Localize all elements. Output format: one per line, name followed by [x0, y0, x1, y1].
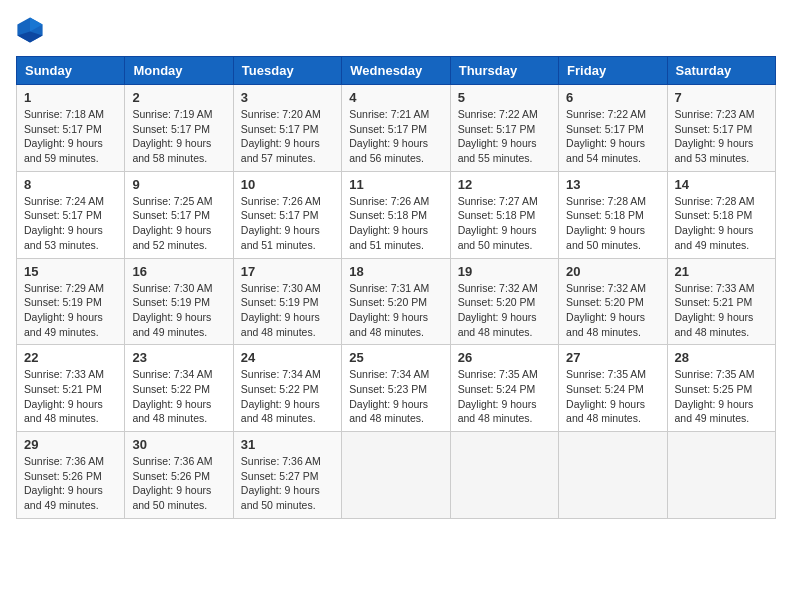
day-content: Sunrise: 7:28 AM Sunset: 5:18 PM Dayligh…: [566, 194, 659, 253]
calendar-week-row: 15Sunrise: 7:29 AM Sunset: 5:19 PM Dayli…: [17, 258, 776, 345]
calendar-cell: 14Sunrise: 7:28 AM Sunset: 5:18 PM Dayli…: [667, 171, 775, 258]
calendar-cell: 20Sunrise: 7:32 AM Sunset: 5:20 PM Dayli…: [559, 258, 667, 345]
day-of-week-header: Thursday: [450, 57, 558, 85]
calendar-cell: 23Sunrise: 7:34 AM Sunset: 5:22 PM Dayli…: [125, 345, 233, 432]
calendar-week-row: 29Sunrise: 7:36 AM Sunset: 5:26 PM Dayli…: [17, 432, 776, 519]
day-number: 27: [566, 350, 659, 365]
day-of-week-header: Sunday: [17, 57, 125, 85]
calendar-cell: 8Sunrise: 7:24 AM Sunset: 5:17 PM Daylig…: [17, 171, 125, 258]
day-of-week-header: Monday: [125, 57, 233, 85]
day-number: 20: [566, 264, 659, 279]
day-content: Sunrise: 7:22 AM Sunset: 5:17 PM Dayligh…: [566, 107, 659, 166]
day-number: 16: [132, 264, 225, 279]
day-number: 7: [675, 90, 768, 105]
calendar-cell: 27Sunrise: 7:35 AM Sunset: 5:24 PM Dayli…: [559, 345, 667, 432]
day-content: Sunrise: 7:27 AM Sunset: 5:18 PM Dayligh…: [458, 194, 551, 253]
day-number: 14: [675, 177, 768, 192]
calendar-cell: 2Sunrise: 7:19 AM Sunset: 5:17 PM Daylig…: [125, 85, 233, 172]
day-of-week-header: Saturday: [667, 57, 775, 85]
day-number: 13: [566, 177, 659, 192]
calendar-cell: 4Sunrise: 7:21 AM Sunset: 5:17 PM Daylig…: [342, 85, 450, 172]
day-content: Sunrise: 7:32 AM Sunset: 5:20 PM Dayligh…: [458, 281, 551, 340]
logo-icon: [16, 16, 44, 44]
day-number: 26: [458, 350, 551, 365]
day-content: Sunrise: 7:28 AM Sunset: 5:18 PM Dayligh…: [675, 194, 768, 253]
day-number: 3: [241, 90, 334, 105]
calendar-cell: 22Sunrise: 7:33 AM Sunset: 5:21 PM Dayli…: [17, 345, 125, 432]
calendar-cell: 17Sunrise: 7:30 AM Sunset: 5:19 PM Dayli…: [233, 258, 341, 345]
calendar-cell: [342, 432, 450, 519]
day-content: Sunrise: 7:18 AM Sunset: 5:17 PM Dayligh…: [24, 107, 117, 166]
calendar-week-row: 8Sunrise: 7:24 AM Sunset: 5:17 PM Daylig…: [17, 171, 776, 258]
calendar-cell: 3Sunrise: 7:20 AM Sunset: 5:17 PM Daylig…: [233, 85, 341, 172]
day-content: Sunrise: 7:30 AM Sunset: 5:19 PM Dayligh…: [241, 281, 334, 340]
day-number: 5: [458, 90, 551, 105]
day-number: 18: [349, 264, 442, 279]
day-content: Sunrise: 7:36 AM Sunset: 5:26 PM Dayligh…: [24, 454, 117, 513]
calendar-cell: 7Sunrise: 7:23 AM Sunset: 5:17 PM Daylig…: [667, 85, 775, 172]
calendar-cell: [450, 432, 558, 519]
calendar-cell: 31Sunrise: 7:36 AM Sunset: 5:27 PM Dayli…: [233, 432, 341, 519]
day-number: 24: [241, 350, 334, 365]
day-content: Sunrise: 7:35 AM Sunset: 5:24 PM Dayligh…: [458, 367, 551, 426]
page-header: [16, 16, 776, 44]
calendar-cell: 1Sunrise: 7:18 AM Sunset: 5:17 PM Daylig…: [17, 85, 125, 172]
day-number: 12: [458, 177, 551, 192]
day-number: 8: [24, 177, 117, 192]
day-content: Sunrise: 7:35 AM Sunset: 5:25 PM Dayligh…: [675, 367, 768, 426]
day-content: Sunrise: 7:32 AM Sunset: 5:20 PM Dayligh…: [566, 281, 659, 340]
calendar-cell: 28Sunrise: 7:35 AM Sunset: 5:25 PM Dayli…: [667, 345, 775, 432]
day-number: 28: [675, 350, 768, 365]
day-content: Sunrise: 7:22 AM Sunset: 5:17 PM Dayligh…: [458, 107, 551, 166]
calendar-cell: 6Sunrise: 7:22 AM Sunset: 5:17 PM Daylig…: [559, 85, 667, 172]
calendar-cell: 19Sunrise: 7:32 AM Sunset: 5:20 PM Dayli…: [450, 258, 558, 345]
day-content: Sunrise: 7:36 AM Sunset: 5:27 PM Dayligh…: [241, 454, 334, 513]
calendar-cell: [559, 432, 667, 519]
day-content: Sunrise: 7:31 AM Sunset: 5:20 PM Dayligh…: [349, 281, 442, 340]
calendar-cell: 24Sunrise: 7:34 AM Sunset: 5:22 PM Dayli…: [233, 345, 341, 432]
day-of-week-header: Friday: [559, 57, 667, 85]
day-number: 1: [24, 90, 117, 105]
day-number: 11: [349, 177, 442, 192]
calendar-table: SundayMondayTuesdayWednesdayThursdayFrid…: [16, 56, 776, 519]
day-content: Sunrise: 7:33 AM Sunset: 5:21 PM Dayligh…: [24, 367, 117, 426]
calendar-cell: 10Sunrise: 7:26 AM Sunset: 5:17 PM Dayli…: [233, 171, 341, 258]
day-of-week-header: Wednesday: [342, 57, 450, 85]
day-number: 15: [24, 264, 117, 279]
calendar-cell: 12Sunrise: 7:27 AM Sunset: 5:18 PM Dayli…: [450, 171, 558, 258]
day-content: Sunrise: 7:19 AM Sunset: 5:17 PM Dayligh…: [132, 107, 225, 166]
day-content: Sunrise: 7:34 AM Sunset: 5:22 PM Dayligh…: [241, 367, 334, 426]
day-content: Sunrise: 7:26 AM Sunset: 5:18 PM Dayligh…: [349, 194, 442, 253]
day-content: Sunrise: 7:34 AM Sunset: 5:23 PM Dayligh…: [349, 367, 442, 426]
calendar-cell: 16Sunrise: 7:30 AM Sunset: 5:19 PM Dayli…: [125, 258, 233, 345]
logo: [16, 16, 48, 44]
calendar-header-row: SundayMondayTuesdayWednesdayThursdayFrid…: [17, 57, 776, 85]
calendar-cell: 25Sunrise: 7:34 AM Sunset: 5:23 PM Dayli…: [342, 345, 450, 432]
day-number: 30: [132, 437, 225, 452]
day-number: 10: [241, 177, 334, 192]
day-content: Sunrise: 7:33 AM Sunset: 5:21 PM Dayligh…: [675, 281, 768, 340]
day-content: Sunrise: 7:20 AM Sunset: 5:17 PM Dayligh…: [241, 107, 334, 166]
day-content: Sunrise: 7:30 AM Sunset: 5:19 PM Dayligh…: [132, 281, 225, 340]
day-content: Sunrise: 7:25 AM Sunset: 5:17 PM Dayligh…: [132, 194, 225, 253]
day-number: 22: [24, 350, 117, 365]
calendar-cell: 11Sunrise: 7:26 AM Sunset: 5:18 PM Dayli…: [342, 171, 450, 258]
day-content: Sunrise: 7:21 AM Sunset: 5:17 PM Dayligh…: [349, 107, 442, 166]
calendar-cell: 21Sunrise: 7:33 AM Sunset: 5:21 PM Dayli…: [667, 258, 775, 345]
day-number: 9: [132, 177, 225, 192]
day-number: 19: [458, 264, 551, 279]
day-number: 2: [132, 90, 225, 105]
day-content: Sunrise: 7:24 AM Sunset: 5:17 PM Dayligh…: [24, 194, 117, 253]
day-content: Sunrise: 7:26 AM Sunset: 5:17 PM Dayligh…: [241, 194, 334, 253]
calendar-cell: 29Sunrise: 7:36 AM Sunset: 5:26 PM Dayli…: [17, 432, 125, 519]
calendar-cell: [667, 432, 775, 519]
calendar-cell: 26Sunrise: 7:35 AM Sunset: 5:24 PM Dayli…: [450, 345, 558, 432]
calendar-cell: 9Sunrise: 7:25 AM Sunset: 5:17 PM Daylig…: [125, 171, 233, 258]
day-content: Sunrise: 7:29 AM Sunset: 5:19 PM Dayligh…: [24, 281, 117, 340]
day-number: 25: [349, 350, 442, 365]
day-number: 21: [675, 264, 768, 279]
day-number: 6: [566, 90, 659, 105]
day-number: 31: [241, 437, 334, 452]
calendar-cell: 5Sunrise: 7:22 AM Sunset: 5:17 PM Daylig…: [450, 85, 558, 172]
day-number: 17: [241, 264, 334, 279]
